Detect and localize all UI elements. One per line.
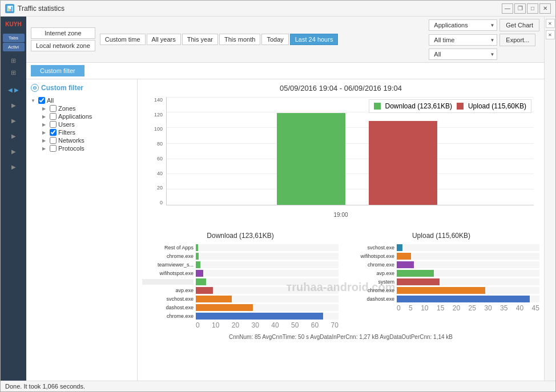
sidebar-tab-tabs[interactable]: Tabs bbox=[3, 34, 25, 42]
collapse-icon[interactable]: ⊖ bbox=[31, 84, 39, 92]
expand-icon-networks[interactable]: ▶ bbox=[42, 138, 48, 143]
this-month-button[interactable]: This month bbox=[219, 34, 260, 45]
arrow-icon-6[interactable]: ▶ bbox=[11, 164, 16, 170]
hbar-track-dl-0 bbox=[196, 244, 339, 251]
expand-icon-all[interactable]: ▼ bbox=[31, 98, 37, 103]
legend-upload-box bbox=[457, 103, 464, 110]
right-btn-2[interactable]: ✕ bbox=[546, 30, 555, 39]
hbar-fill-dl-4 bbox=[196, 278, 206, 285]
zone-buttons: Internet zone Local network zone bbox=[31, 27, 95, 51]
label-applications[interactable]: Applications bbox=[58, 113, 92, 120]
export-button[interactable]: Export... bbox=[499, 34, 535, 46]
tree-node-zones[interactable]: ▶ Zones bbox=[42, 104, 132, 112]
grid2-icon[interactable]: ⊞ bbox=[11, 69, 16, 76]
hbar-row-dl-7: dashost.exe bbox=[142, 304, 339, 311]
today-button[interactable]: Today bbox=[261, 34, 288, 45]
tree-node-applications[interactable]: ▶ Applications bbox=[42, 112, 132, 120]
arrow-icon-1[interactable]: ◀ ▶ bbox=[8, 87, 19, 93]
checkbox-protocols[interactable] bbox=[50, 145, 57, 152]
ul-axis-0: 0 bbox=[397, 304, 401, 312]
arrow-icon-4[interactable]: ▶ bbox=[11, 133, 16, 139]
label-filters[interactable]: Filters bbox=[58, 129, 75, 136]
filter-dropdown[interactable]: All bbox=[429, 49, 497, 60]
label-protocols[interactable]: Protocols bbox=[58, 145, 84, 152]
expand-icon-protocols[interactable]: ▶ bbox=[42, 146, 48, 151]
hbar-label-dl-6: svchost.exe bbox=[142, 296, 194, 302]
hbar-fill-dl-1 bbox=[196, 253, 199, 260]
filter-dropdown-wrap[interactable]: All bbox=[429, 49, 497, 60]
hbar-row-ul-2: chrome.exe bbox=[343, 261, 539, 268]
period-dropdown[interactable]: All time bbox=[429, 34, 497, 46]
custom-filter-button[interactable]: Custom filter bbox=[31, 65, 84, 76]
tree-node-filters[interactable]: ▶ Filters bbox=[42, 128, 132, 136]
dl-axis-0: 0 bbox=[196, 321, 200, 329]
arrow-icon-2[interactable]: ▶ bbox=[11, 102, 16, 108]
hbar-row-dl-5: avp.exe bbox=[142, 287, 339, 294]
custom-time-button[interactable]: Custom time bbox=[100, 34, 146, 45]
maximize-button[interactable]: □ bbox=[527, 3, 538, 14]
title-bar: 📊 Traffic statistics — ❐ □ ✕ bbox=[1, 1, 555, 17]
checkbox-filters[interactable] bbox=[50, 129, 57, 136]
hbar-track-dl-8 bbox=[196, 313, 339, 320]
all-years-button[interactable]: All years bbox=[147, 34, 181, 45]
label-users[interactable]: Users bbox=[58, 121, 75, 128]
download-x-axis: 0 10 20 30 40 50 60 70 bbox=[142, 321, 339, 329]
tree-node-networks[interactable]: ▶ Networks bbox=[42, 136, 132, 144]
label-zones[interactable]: Zones bbox=[58, 105, 76, 112]
expand-icon-zones[interactable]: ▶ bbox=[42, 106, 48, 111]
hbar-track-dl-6 bbox=[196, 296, 339, 302]
period-dropdown-wrap[interactable]: All time bbox=[429, 34, 497, 46]
hbar-row-dl-3: wifihotspot.exe bbox=[142, 270, 339, 277]
legend-download-box bbox=[374, 103, 381, 110]
ul-axis-35: 35 bbox=[500, 304, 507, 312]
upload-x-axis: 0 5 10 15 20 25 30 35 40 bbox=[343, 304, 539, 312]
arrow-icon-3[interactable]: ▶ bbox=[11, 118, 16, 124]
checkbox-all[interactable] bbox=[38, 97, 45, 104]
expand-icon-applications[interactable]: ▶ bbox=[42, 114, 48, 119]
restore-button[interactable]: ❐ bbox=[514, 3, 526, 14]
tree-node-users[interactable]: ▶ Users bbox=[42, 120, 132, 128]
chart-inner bbox=[166, 97, 534, 205]
hbar-label-ul-6: dashost.exe bbox=[343, 296, 394, 302]
hbar-row-dl-2: teamviewer_s... bbox=[142, 261, 339, 268]
upload-sub-chart: Upload (115,60KB) svchost.exe wifihotspo… bbox=[343, 232, 539, 329]
hbar-track-ul-4 bbox=[397, 278, 539, 285]
tree-node-all[interactable]: ▼ All bbox=[31, 96, 132, 104]
label-all[interactable]: All bbox=[47, 97, 54, 104]
chart-date: 05/09/2016 19:04 - 06/09/2016 19:04 bbox=[142, 84, 539, 92]
type-dropdown-wrap[interactable]: Applications bbox=[429, 19, 497, 31]
type-dropdown[interactable]: Applications bbox=[429, 19, 497, 31]
minimize-button[interactable]: — bbox=[502, 3, 513, 14]
filter-header[interactable]: ⊖ Custom filter bbox=[31, 84, 132, 92]
hbar-row-ul-6: dashost.exe bbox=[343, 296, 539, 302]
arrow-icon-5[interactable]: ▶ bbox=[11, 148, 16, 155]
right-btn-1[interactable]: ✕ bbox=[546, 19, 555, 28]
checkbox-applications[interactable] bbox=[50, 113, 57, 120]
checkbox-networks[interactable] bbox=[50, 137, 57, 144]
chart-legend: Download (123,61KB) Upload (115,60KB) bbox=[369, 99, 531, 113]
checkbox-users[interactable] bbox=[50, 121, 57, 128]
sidebar-icon-group: ⊞ ⊞ bbox=[11, 57, 16, 76]
this-year-button[interactable]: This year bbox=[182, 34, 218, 45]
close-button[interactable]: ✕ bbox=[539, 3, 551, 14]
upload-bar bbox=[369, 121, 437, 205]
hbar-label-dl-1: chrome.exe bbox=[142, 253, 194, 259]
tree-node-protocols[interactable]: ▶ Protocols bbox=[42, 144, 132, 152]
gridline-6 bbox=[167, 189, 534, 189]
label-networks[interactable]: Networks bbox=[58, 137, 84, 144]
internet-zone-button[interactable]: Internet zone bbox=[31, 27, 95, 39]
hbar-fill-ul-4 bbox=[397, 278, 440, 285]
dropdown-row-3: All bbox=[429, 49, 539, 60]
sidebar-tab-activi[interactable]: Activi bbox=[3, 43, 25, 51]
grid-icon[interactable]: ⊞ bbox=[11, 57, 16, 64]
download-chart-title: Download (123,61KB) bbox=[142, 232, 339, 240]
local-zone-button[interactable]: Local network zone bbox=[31, 40, 95, 51]
hbar-row-ul-5: chrome.exe bbox=[343, 287, 539, 294]
get-chart-button[interactable]: Get Chart bbox=[499, 19, 539, 31]
expand-icon-users[interactable]: ▶ bbox=[42, 122, 48, 127]
checkbox-zones[interactable] bbox=[50, 105, 57, 112]
last-24h-button[interactable]: Last 24 hours bbox=[290, 34, 339, 45]
expand-icon-filters[interactable]: ▶ bbox=[42, 130, 48, 135]
sub-charts: Download (123,61KB) Rest of Apps chrome.… bbox=[142, 232, 539, 329]
dl-axis-10: 10 bbox=[212, 321, 219, 329]
